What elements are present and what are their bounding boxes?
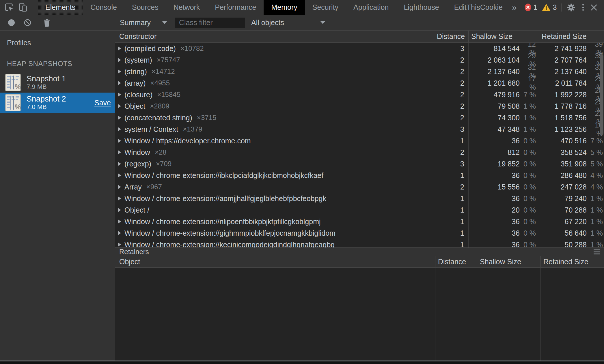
constructor-cell: Window / chrome-extension://aomjjhallfgj… — [115, 194, 434, 203]
expand-arrow-icon[interactable] — [118, 162, 121, 166]
expand-arrow-icon[interactable] — [118, 150, 121, 154]
inspect-element-icon[interactable] — [4, 3, 14, 12]
menu-icon[interactable] — [594, 249, 600, 254]
constructor-row[interactable]: Window / chrome-extension://aomjjhallfgj… — [115, 193, 604, 204]
constructor-row[interactable]: Object ×2809 2 79 508 1 % 1 778 716 25 % — [115, 100, 604, 112]
device-toolbar-icon[interactable] — [18, 3, 28, 12]
constructor-row[interactable]: system / Context ×1379 3 47 348 1 % 1 12… — [115, 123, 604, 135]
expand-arrow-icon[interactable] — [118, 185, 121, 189]
devtools-tab[interactable]: Security — [305, 0, 346, 15]
devtools-tab[interactable]: Network — [166, 0, 208, 15]
shallow-size-value: 36 — [468, 229, 520, 237]
object-scope-select[interactable]: All objects — [251, 18, 325, 27]
snapshot-item[interactable]: % Snapshot 1 7.9 MB — [0, 72, 115, 93]
expand-arrow-icon[interactable] — [118, 196, 121, 200]
class-filter-input[interactable] — [175, 18, 245, 28]
svg-text:%: % — [15, 83, 21, 91]
retained-size-value: 50 288 — [539, 241, 587, 248]
constructor-cell: system / Context ×1379 — [115, 125, 434, 134]
constructor-cell: Window / https://developer.chrome.com — [115, 137, 434, 145]
constructor-row[interactable]: (concatenated string) ×3715 2 74 300 1 %… — [115, 112, 604, 123]
devtools-tab[interactable]: Performance — [207, 0, 264, 15]
expand-arrow-icon[interactable] — [118, 104, 121, 108]
constructor-row[interactable]: Window / chrome-extension://nlipoenfbbik… — [115, 216, 604, 227]
expand-arrow-icon[interactable] — [118, 208, 121, 212]
column-header-retained-size[interactable]: Retained Size — [539, 31, 604, 42]
expand-arrow-icon[interactable] — [118, 93, 121, 97]
constructor-row[interactable]: Array ×967 2 15 556 0 % 247 028 4 % — [115, 181, 604, 193]
constructor-cell: Window / chrome-extension://gighmmpiobkl… — [115, 229, 434, 237]
column-header-shallow-size[interactable]: Shallow Size — [477, 256, 540, 267]
snapshot-item[interactable]: % Snapshot 2 7.0 MB Save — [0, 93, 115, 113]
perspective-select[interactable]: Summary — [115, 18, 167, 27]
constructor-row[interactable]: Window / chrome-extension://gighmmpiobkl… — [115, 227, 604, 239]
shallow-size-cell: 36 0 % — [468, 171, 539, 180]
expand-arrow-icon[interactable] — [118, 139, 121, 143]
devtools-tab[interactable]: EditThisCookie — [447, 0, 510, 15]
constructor-row[interactable]: (closure) ×15845 2 479 916 7 % 1 992 228… — [115, 89, 604, 100]
constructor-row[interactable]: (regexp) ×709 3 19 852 0 % 351 908 5 % — [115, 158, 604, 170]
save-snapshot-link[interactable]: Save — [94, 99, 111, 107]
heap-grid-body: (compiled code) ×10782 3 814 544 12 % 2 … — [115, 43, 604, 247]
constructor-cell: Window / chrome-extension://ibkclpciafdg… — [115, 171, 434, 180]
shallow-size-cell: 479 916 7 % — [468, 91, 539, 99]
expand-arrow-icon[interactable] — [118, 58, 121, 62]
kebab-menu-icon[interactable] — [582, 4, 584, 5]
devtools-tab[interactable]: Console — [83, 0, 124, 15]
constructor-cell: (regexp) ×709 — [115, 160, 434, 168]
shallow-size-percent: 0 % — [520, 148, 539, 157]
constructor-row[interactable]: Object / 1 20 0 % 70 288 1 % — [115, 204, 604, 216]
distance-cell: 2 — [434, 79, 468, 87]
constructor-row[interactable]: Window / chrome-extension://ibkclpciafdg… — [115, 170, 604, 181]
expand-arrow-icon[interactable] — [118, 243, 121, 247]
column-label: Shallow Size — [480, 258, 521, 266]
tab-label: Console — [90, 3, 117, 12]
retained-size-percent: 1 % — [587, 217, 604, 226]
devtools-tab[interactable]: Memory — [264, 0, 305, 15]
column-header-shallow-size[interactable]: Shallow Size — [468, 31, 539, 42]
constructor-name: Window / chrome-extension://aomjjhallfgj… — [124, 194, 326, 203]
constructor-name: Window / chrome-extension://ibkclpciafdg… — [124, 171, 323, 180]
sidebar-heading: Profiles — [0, 31, 115, 47]
expand-arrow-icon[interactable] — [118, 46, 121, 50]
delete-profile-icon[interactable] — [42, 18, 51, 27]
shallow-size-cell: 20 0 % — [468, 206, 539, 214]
expand-arrow-icon[interactable] — [118, 127, 121, 131]
column-header-retained-size[interactable]: Retained Size — [540, 256, 604, 267]
constructor-row[interactable]: Window ×28 2 812 0 % 358 524 5 % — [115, 147, 604, 158]
clear-profiles-icon[interactable] — [23, 18, 32, 27]
settings-gear-icon[interactable] — [566, 3, 576, 12]
expand-arrow-icon[interactable] — [118, 231, 121, 235]
more-tabs-icon[interactable]: » — [512, 3, 517, 12]
constructor-row[interactable]: (array) ×4955 2 1 201 680 17 % 2 011 784… — [115, 77, 604, 89]
devtools-tab[interactable]: Sources — [124, 0, 166, 15]
devtools-tab[interactable]: Lighthouse — [396, 0, 446, 15]
expand-arrow-icon[interactable] — [118, 81, 121, 85]
take-snapshot-icon[interactable] — [7, 18, 16, 27]
distance-cell: 1 — [434, 229, 468, 237]
warning-badge[interactable]: 3 — [542, 3, 557, 12]
expand-arrow-icon[interactable] — [118, 219, 121, 224]
devtools-tab[interactable]: Elements — [38, 0, 83, 15]
close-icon[interactable] — [589, 3, 599, 12]
retained-size-cell: 67 220 1 % — [539, 217, 604, 226]
expand-arrow-icon[interactable] — [118, 173, 121, 177]
vertical-scrollbar[interactable] — [600, 54, 603, 135]
error-badge[interactable]: 1 — [524, 3, 538, 12]
shallow-size-value: 36 — [468, 241, 520, 248]
devtools-tab[interactable]: Application — [346, 0, 396, 15]
retained-size-percent: 4 % — [587, 171, 604, 180]
retained-size-value: 358 524 — [539, 148, 587, 157]
shallow-size-value: 20 — [468, 206, 520, 214]
expand-arrow-icon[interactable] — [118, 70, 121, 74]
column-header-object[interactable]: Object — [115, 256, 435, 267]
constructor-cell: Window / chrome-extension://kecinicomgod… — [115, 241, 434, 248]
column-label: Distance — [437, 32, 465, 41]
constructor-row[interactable]: Window / https://developer.chrome.com 1 … — [115, 135, 604, 147]
column-header-distance[interactable]: Distance — [434, 31, 468, 42]
column-header-constructor[interactable]: Constructor — [115, 31, 434, 42]
expand-arrow-icon[interactable] — [118, 116, 121, 120]
column-header-distance[interactable]: Distance — [435, 256, 477, 267]
constructor-row[interactable]: Window / chrome-extension://kecinicomgod… — [115, 239, 604, 247]
snapshot-text: Snapshot 2 7.0 MB — [27, 95, 66, 111]
